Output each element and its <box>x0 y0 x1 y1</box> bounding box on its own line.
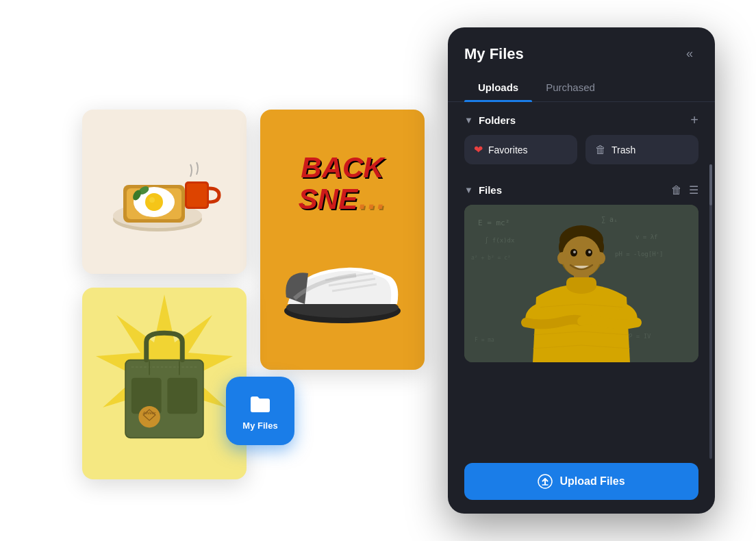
my-files-floating-icon[interactable]: My Files <box>226 377 294 445</box>
files-section-header: ▼ Files 🗑 ☰ <box>464 184 698 197</box>
trash-label: Trash <box>612 144 635 155</box>
sneaker-card: BACKSNE… <box>260 110 425 370</box>
svg-rect-9 <box>187 184 207 207</box>
panel-title: My Files <box>464 45 524 63</box>
folders-title: Folders <box>479 114 516 126</box>
food-card <box>82 110 247 274</box>
file-manager-panel: My Files « Uploads Purchased ▼ Folders +… <box>448 27 715 514</box>
upload-files-button[interactable]: Upload Files <box>464 463 698 500</box>
scroll-indicator <box>709 164 712 459</box>
file-preview: E = mc² ∑ aᵢ ∫ f(x)dx v = λf a² + b² = c… <box>464 205 698 362</box>
files-title-row: ▼ Files <box>464 184 502 196</box>
bag-card: Athletic <box>82 288 247 479</box>
trash-icon: 🗑 <box>595 144 606 156</box>
svg-text:E = mc²: E = mc² <box>478 218 509 227</box>
svg-text:∑ aᵢ: ∑ aᵢ <box>601 216 618 223</box>
svg-text:F = ma: F = ma <box>475 337 494 343</box>
svg-point-44 <box>573 251 576 253</box>
preview-image: E = mc² ∑ aᵢ ∫ f(x)dx v = λf a² + b² = c… <box>464 205 698 362</box>
files-actions: 🗑 ☰ <box>671 184 698 197</box>
collapse-button[interactable]: « <box>681 44 698 64</box>
folder-icon <box>248 392 273 416</box>
upload-files-label: Upload Files <box>559 475 625 488</box>
svg-text:∫ f(x)dx: ∫ f(x)dx <box>485 237 515 244</box>
scroll-thumb <box>709 164 712 205</box>
files-title: Files <box>479 184 502 196</box>
add-folder-button[interactable]: + <box>690 113 698 127</box>
panel-header: My Files « <box>448 27 715 75</box>
upload-icon <box>538 474 553 489</box>
svg-point-45 <box>588 251 591 253</box>
tab-purchased[interactable]: Purchased <box>532 75 609 101</box>
filter-files-button[interactable]: ☰ <box>689 184 698 197</box>
my-files-label: My Files <box>242 420 277 431</box>
svg-point-7 <box>149 197 155 203</box>
folders-title-row: ▼ Folders <box>464 114 516 126</box>
heart-icon: ❤ <box>474 143 483 156</box>
files-chevron-icon: ▼ <box>464 185 473 195</box>
svg-rect-48 <box>566 277 596 291</box>
svg-text:P = IV: P = IV <box>629 333 651 340</box>
svg-text:pH = -log[H⁺]: pH = -log[H⁺] <box>615 251 663 257</box>
files-section: ▼ Files 🗑 ☰ E = mc² ∑ aᵢ ∫ f(x)dx v = λf… <box>448 175 715 455</box>
tab-uploads[interactable]: Uploads <box>464 75 532 101</box>
svg-point-6 <box>145 193 163 211</box>
svg-text:v = λf: v = λf <box>635 234 658 240</box>
delete-files-button[interactable]: 🗑 <box>671 184 682 197</box>
svg-point-50 <box>596 252 605 264</box>
folders-chevron-icon: ▼ <box>464 115 473 125</box>
folder-buttons-row: ❤ Favorites 🗑 Trash <box>464 135 698 164</box>
tabs-bar: Uploads Purchased <box>448 75 715 102</box>
trash-folder-button[interactable]: 🗑 Trash <box>585 135 698 164</box>
favorites-folder-button[interactable]: ❤ Favorites <box>464 135 577 164</box>
svg-point-49 <box>557 252 567 264</box>
folders-section-header: ▼ Folders + <box>464 113 698 127</box>
svg-rect-21 <box>167 377 197 414</box>
svg-text:a² + b² = c²: a² + b² = c² <box>471 255 511 261</box>
svg-point-41 <box>562 236 601 277</box>
favorites-label: Favorites <box>488 144 528 155</box>
folders-section: ▼ Folders + ❤ Favorites 🗑 Trash <box>448 113 715 175</box>
